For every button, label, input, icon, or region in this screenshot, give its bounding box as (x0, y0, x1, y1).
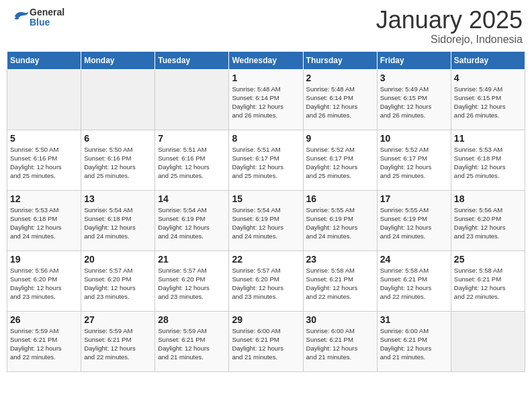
calendar-cell: 24Sunrise: 5:58 AM Sunset: 6:21 PM Dayli… (377, 250, 451, 311)
calendar-cell: 27Sunrise: 5:59 AM Sunset: 6:21 PM Dayli… (81, 311, 155, 371)
day-info: Sunrise: 6:00 AM Sunset: 6:21 PM Dayligh… (306, 326, 374, 362)
weekday-header-saturday: Saturday (451, 51, 525, 69)
calendar-cell: 7Sunrise: 5:51 AM Sunset: 6:16 PM Daylig… (155, 130, 229, 190)
day-info: Sunrise: 5:58 AM Sunset: 6:21 PM Dayligh… (380, 266, 448, 302)
day-info: Sunrise: 6:00 AM Sunset: 6:21 PM Dayligh… (232, 326, 300, 362)
calendar-cell: 21Sunrise: 5:57 AM Sunset: 6:20 PM Dayli… (155, 250, 229, 311)
calendar-cell: 13Sunrise: 5:54 AM Sunset: 6:18 PM Dayli… (81, 190, 155, 250)
calendar-cell: 10Sunrise: 5:52 AM Sunset: 6:17 PM Dayli… (377, 130, 451, 190)
calendar-cell: 11Sunrise: 5:53 AM Sunset: 6:18 PM Dayli… (451, 130, 525, 190)
day-info: Sunrise: 5:54 AM Sunset: 6:19 PM Dayligh… (158, 205, 226, 241)
day-number: 27 (84, 314, 152, 325)
weekday-header-monday: Monday (81, 51, 155, 69)
day-number: 15 (232, 193, 300, 204)
day-number: 23 (306, 254, 374, 265)
weekday-header-sunday: Sunday (7, 51, 81, 69)
day-number: 31 (380, 314, 448, 325)
day-info: Sunrise: 5:51 AM Sunset: 6:16 PM Dayligh… (158, 145, 226, 181)
day-info: Sunrise: 6:00 AM Sunset: 6:21 PM Dayligh… (380, 326, 448, 362)
day-number: 25 (454, 254, 522, 265)
day-info: Sunrise: 5:57 AM Sunset: 6:20 PM Dayligh… (232, 266, 300, 302)
calendar-cell: 31Sunrise: 6:00 AM Sunset: 6:21 PM Dayli… (377, 311, 451, 371)
day-number: 5 (10, 133, 78, 144)
calendar-cell: 30Sunrise: 6:00 AM Sunset: 6:21 PM Dayli… (303, 311, 377, 371)
day-number: 30 (306, 314, 374, 325)
calendar-cell: 28Sunrise: 5:59 AM Sunset: 6:21 PM Dayli… (155, 311, 229, 371)
day-number: 20 (84, 254, 152, 265)
day-info: Sunrise: 5:57 AM Sunset: 6:20 PM Dayligh… (158, 266, 226, 302)
day-info: Sunrise: 5:50 AM Sunset: 6:16 PM Dayligh… (84, 145, 152, 181)
calendar-cell: 22Sunrise: 5:57 AM Sunset: 6:20 PM Dayli… (229, 250, 303, 311)
day-info: Sunrise: 5:49 AM Sunset: 6:15 PM Dayligh… (380, 85, 448, 120)
day-info: Sunrise: 5:53 AM Sunset: 6:18 PM Dayligh… (10, 205, 78, 241)
calendar-cell: 5Sunrise: 5:50 AM Sunset: 6:16 PM Daylig… (7, 130, 81, 190)
day-info: Sunrise: 5:56 AM Sunset: 6:20 PM Dayligh… (454, 205, 522, 241)
calendar-title: January 2025 (376, 7, 523, 34)
day-info: Sunrise: 5:57 AM Sunset: 6:20 PM Dayligh… (84, 266, 152, 302)
day-number: 7 (158, 133, 226, 144)
day-info: Sunrise: 5:58 AM Sunset: 6:21 PM Dayligh… (306, 266, 374, 302)
calendar-cell: 2Sunrise: 5:48 AM Sunset: 6:14 PM Daylig… (303, 69, 377, 130)
day-number: 10 (380, 133, 448, 144)
day-number: 19 (10, 254, 78, 265)
calendar-cell: 23Sunrise: 5:58 AM Sunset: 6:21 PM Dayli… (303, 250, 377, 311)
calendar-cell: 1Sunrise: 5:48 AM Sunset: 6:14 PM Daylig… (229, 69, 303, 130)
calendar-cell: 17Sunrise: 5:55 AM Sunset: 6:19 PM Dayli… (377, 190, 451, 250)
logo-general-text: General (30, 7, 64, 17)
day-number: 21 (158, 254, 226, 265)
day-info: Sunrise: 5:54 AM Sunset: 6:19 PM Dayligh… (232, 205, 300, 241)
day-info: Sunrise: 5:58 AM Sunset: 6:21 PM Dayligh… (454, 266, 522, 302)
day-number: 3 (380, 73, 448, 83)
day-number: 9 (306, 133, 374, 144)
day-number: 22 (232, 254, 300, 265)
day-info: Sunrise: 5:55 AM Sunset: 6:19 PM Dayligh… (306, 205, 374, 241)
day-number: 29 (232, 314, 300, 325)
weekday-header-wednesday: Wednesday (229, 51, 303, 69)
logo: General Blue (9, 7, 64, 28)
weekday-header-friday: Friday (377, 51, 451, 69)
calendar-cell: 3Sunrise: 5:49 AM Sunset: 6:15 PM Daylig… (377, 69, 451, 130)
day-info: Sunrise: 5:48 AM Sunset: 6:14 PM Dayligh… (306, 85, 374, 120)
day-info: Sunrise: 5:52 AM Sunset: 6:17 PM Dayligh… (380, 145, 448, 181)
day-number: 6 (84, 133, 152, 144)
day-info: Sunrise: 5:51 AM Sunset: 6:17 PM Dayligh… (232, 145, 300, 181)
calendar-cell (7, 69, 81, 130)
day-number: 28 (158, 314, 226, 325)
day-info: Sunrise: 5:49 AM Sunset: 6:15 PM Dayligh… (454, 85, 522, 120)
day-info: Sunrise: 5:56 AM Sunset: 6:20 PM Dayligh… (10, 266, 78, 302)
calendar-cell: 20Sunrise: 5:57 AM Sunset: 6:20 PM Dayli… (81, 250, 155, 311)
day-number: 14 (158, 193, 226, 204)
day-number: 13 (84, 193, 152, 204)
logo-bird-icon (11, 7, 30, 26)
day-number: 8 (232, 133, 300, 144)
calendar-cell: 19Sunrise: 5:56 AM Sunset: 6:20 PM Dayli… (7, 250, 81, 311)
day-info: Sunrise: 5:53 AM Sunset: 6:18 PM Dayligh… (454, 145, 522, 181)
day-info: Sunrise: 5:59 AM Sunset: 6:21 PM Dayligh… (84, 326, 152, 362)
calendar-cell: 9Sunrise: 5:52 AM Sunset: 6:17 PM Daylig… (303, 130, 377, 190)
calendar-cell: 29Sunrise: 6:00 AM Sunset: 6:21 PM Dayli… (229, 311, 303, 371)
weekday-header-tuesday: Tuesday (155, 51, 229, 69)
day-info: Sunrise: 5:59 AM Sunset: 6:21 PM Dayligh… (158, 326, 226, 362)
day-number: 2 (306, 73, 374, 83)
calendar-cell: 26Sunrise: 5:59 AM Sunset: 6:21 PM Dayli… (7, 311, 81, 371)
day-number: 26 (10, 314, 78, 325)
calendar-cell: 15Sunrise: 5:54 AM Sunset: 6:19 PM Dayli… (229, 190, 303, 250)
day-number: 17 (380, 193, 448, 204)
day-info: Sunrise: 5:54 AM Sunset: 6:18 PM Dayligh… (84, 205, 152, 241)
day-number: 12 (10, 193, 78, 204)
day-info: Sunrise: 5:55 AM Sunset: 6:19 PM Dayligh… (380, 205, 448, 241)
day-info: Sunrise: 5:48 AM Sunset: 6:14 PM Dayligh… (232, 85, 300, 120)
day-info: Sunrise: 5:52 AM Sunset: 6:17 PM Dayligh… (306, 145, 374, 181)
calendar-cell: 8Sunrise: 5:51 AM Sunset: 6:17 PM Daylig… (229, 130, 303, 190)
weekday-header-thursday: Thursday (303, 51, 377, 69)
calendar-cell (451, 311, 525, 371)
day-number: 4 (454, 73, 522, 83)
calendar-table: SundayMondayTuesdayWednesdayThursdayFrid… (7, 51, 525, 372)
day-number: 16 (306, 193, 374, 204)
title-block: January 2025 Sidorejo, Indonesia (376, 7, 523, 46)
calendar-cell (81, 69, 155, 130)
logo-blue-text: Blue (30, 17, 64, 28)
calendar-cell: 16Sunrise: 5:55 AM Sunset: 6:19 PM Dayli… (303, 190, 377, 250)
calendar-cell (155, 69, 229, 130)
day-info: Sunrise: 5:50 AM Sunset: 6:16 PM Dayligh… (10, 145, 78, 181)
